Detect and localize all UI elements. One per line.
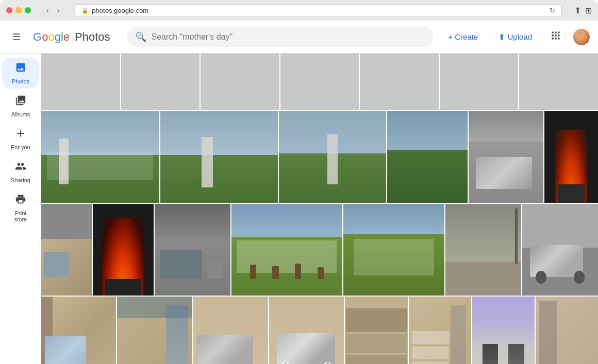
app-container: Photos Albums For you Sharing Print stor…: [0, 54, 598, 364]
photo-item[interactable]: [279, 111, 386, 203]
photo-item[interactable]: [121, 54, 200, 110]
logo[interactable]: Google Photos: [33, 30, 110, 44]
svg-rect-6: [552, 38, 554, 39]
window-controls: [6, 7, 31, 13]
photo-item[interactable]: [41, 54, 120, 110]
sidebar-for-you-label: For you: [11, 144, 30, 150]
photo-item[interactable]: [469, 111, 543, 203]
for-you-icon: [15, 128, 26, 142]
photo-item[interactable]: [93, 204, 154, 296]
photo-item[interactable]: [409, 297, 471, 364]
svg-rect-8: [558, 38, 559, 39]
photo-item[interactable]: [536, 297, 598, 364]
nav-buttons: ‹ ›: [43, 5, 62, 15]
svg-rect-0: [552, 32, 554, 33]
fullscreen-button[interactable]: [25, 7, 31, 13]
forward-button[interactable]: ›: [54, 5, 63, 15]
photo-item[interactable]: [41, 204, 92, 296]
close-button[interactable]: [6, 7, 12, 13]
upload-button[interactable]: ⬆ Upload: [492, 29, 538, 45]
photo-item[interactable]: [519, 54, 598, 110]
share-button[interactable]: ⬆: [574, 6, 581, 15]
photo-grid: [41, 54, 598, 364]
photo-item[interactable]: [280, 54, 359, 110]
avatar[interactable]: [573, 29, 590, 45]
photo-row-top: [41, 54, 598, 110]
print-store-icon: [15, 194, 26, 208]
svg-rect-2: [558, 32, 559, 33]
back-button[interactable]: ‹: [43, 5, 52, 15]
sidebar-sharing-label: Sharing: [11, 177, 30, 183]
svg-rect-3: [552, 34, 554, 36]
sharing-icon: [15, 161, 26, 175]
svg-rect-1: [555, 32, 556, 33]
photo-row-2: [41, 111, 598, 203]
search-input[interactable]: [152, 32, 426, 42]
top-actions: + Create ⬆ Upload: [442, 26, 590, 47]
photo-row-3: [41, 204, 598, 296]
apps-button[interactable]: [546, 26, 565, 47]
photo-item[interactable]: [193, 297, 268, 364]
svg-rect-7: [555, 38, 556, 39]
create-button[interactable]: + Create: [442, 29, 484, 44]
photo-item[interactable]: [345, 297, 407, 364]
refresh-icon[interactable]: ↻: [550, 7, 555, 14]
sidebar-print-store-label: Print store: [8, 210, 33, 222]
sidebar-photos-label: Photos: [12, 78, 29, 84]
photo-item[interactable]: [117, 297, 192, 364]
photos-icon: [15, 62, 26, 76]
photo-item[interactable]: [201, 54, 279, 110]
photo-item[interactable]: [445, 204, 521, 296]
photo-row-4: [41, 297, 598, 364]
sidebar-item-sharing[interactable]: Sharing: [2, 157, 39, 187]
lock-icon: 🔒: [81, 7, 89, 14]
window-actions: ⬆ ⊞: [574, 6, 592, 15]
sidebar: Photos Albums For you Sharing Print stor…: [0, 54, 41, 364]
photo-item[interactable]: [160, 111, 278, 203]
minimize-button[interactable]: [15, 7, 22, 13]
address-bar[interactable]: 🔒 photos.google.com ↻: [75, 4, 562, 17]
search-icon: 🔍: [135, 31, 146, 43]
sidebar-item-print-store[interactable]: Print store: [2, 189, 39, 227]
window-chrome: ‹ › 🔒 photos.google.com ↻ ⬆ ⊞: [0, 0, 598, 21]
photo-item[interactable]: [360, 54, 439, 110]
sidebar-item-for-you[interactable]: For you: [2, 124, 39, 154]
sidebar-item-photos[interactable]: Photos: [2, 58, 39, 89]
new-tab-button[interactable]: ⊞: [585, 6, 592, 15]
photo-item[interactable]: [269, 297, 344, 364]
logo-text: Google: [33, 30, 70, 44]
photo-item[interactable]: [155, 204, 230, 296]
svg-rect-4: [555, 34, 556, 36]
svg-rect-5: [558, 34, 559, 36]
logo-product-name: Photos: [75, 30, 110, 44]
photo-item[interactable]: [522, 204, 598, 296]
photo-item[interactable]: [440, 54, 519, 110]
albums-icon: [15, 95, 26, 109]
photo-item[interactable]: [41, 111, 159, 203]
url-text: photos.google.com: [92, 7, 148, 14]
photo-item[interactable]: [343, 204, 444, 296]
top-bar: ☰ Google Photos 🔍 + Create ⬆ Upload: [0, 21, 598, 54]
photo-item[interactable]: [231, 204, 343, 296]
photo-item[interactable]: [387, 111, 468, 203]
sidebar-item-albums[interactable]: Albums: [2, 91, 39, 122]
photo-item[interactable]: [544, 111, 598, 203]
photo-item[interactable]: [41, 297, 116, 364]
main-content: [41, 54, 598, 364]
hamburger-button[interactable]: ☰: [8, 27, 25, 47]
search-box[interactable]: 🔍: [127, 27, 434, 47]
sidebar-albums-label: Albums: [11, 111, 30, 117]
photo-item[interactable]: [472, 297, 535, 364]
